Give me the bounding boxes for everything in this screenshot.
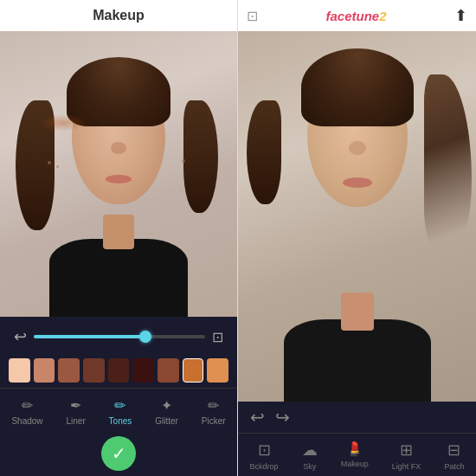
sky-icon: ☁ xyxy=(302,441,318,460)
swatch-4[interactable] xyxy=(83,358,105,383)
right-photo xyxy=(238,31,476,402)
swatch-5[interactable] xyxy=(108,358,130,383)
patch-icon: ⊟ xyxy=(447,441,460,460)
left-lips xyxy=(106,175,132,183)
facetune-logo: facetune2 xyxy=(325,9,386,23)
makeup-title: Makeup xyxy=(93,8,145,23)
right-nav-makeup[interactable]: 💄 Makeup xyxy=(339,437,370,474)
right-clothing xyxy=(284,319,431,402)
right-redo-button[interactable]: ↪ xyxy=(275,407,290,428)
right-nav-lightfx[interactable]: ⊞ Light FX xyxy=(390,437,423,474)
liner-label: Liner xyxy=(66,416,85,426)
nav-shadow[interactable]: ✏ Shadow xyxy=(6,394,48,429)
swatch-3[interactable] xyxy=(58,358,80,383)
right-bottom: ↩ ↪ ⊡ Bckdrop ☁ Sky 💄 Makeup ⊞ Light FX … xyxy=(238,402,476,476)
picker-label: Picker xyxy=(202,416,226,426)
confirm-bar: ✓ xyxy=(0,433,237,476)
logo-suffix: 2 xyxy=(379,9,386,23)
nav-liner[interactable]: ✒ Liner xyxy=(61,394,90,429)
left-panel: Makeup xyxy=(0,0,238,476)
left-nose xyxy=(111,142,126,154)
shadow-icon: ✏ xyxy=(22,397,33,414)
swatch-6[interactable] xyxy=(132,358,154,383)
right-header: ⊡ facetune2 ⬆ xyxy=(238,0,476,31)
share-icon[interactable]: ⬆ xyxy=(454,6,467,25)
left-hair-top xyxy=(67,57,170,126)
backdrop-label: Bckdrop xyxy=(250,462,279,471)
swatch-2[interactable] xyxy=(34,358,55,383)
nav-glitter[interactable]: ✦ Glitter xyxy=(150,394,183,429)
left-freckle3 xyxy=(182,159,185,163)
left-freckle1 xyxy=(48,161,51,164)
sky-label: Sky xyxy=(303,462,316,471)
undo-redo-row: ↩ ↪ xyxy=(238,402,476,433)
right-nav-patch[interactable]: ⊟ Patch xyxy=(442,437,466,474)
swatch-7[interactable] xyxy=(158,358,179,383)
left-eyeshadow xyxy=(40,114,87,132)
logo-brand: facetune xyxy=(325,9,379,23)
liner-icon: ✒ xyxy=(70,397,81,414)
right-hair-left xyxy=(247,100,281,204)
left-photo-container xyxy=(0,31,237,317)
backdrop-icon: ⊡ xyxy=(258,441,271,460)
slider-fill xyxy=(34,335,145,338)
left-photo xyxy=(0,31,237,317)
shadow-label: Shadow xyxy=(11,416,42,426)
checkmark-icon: ✓ xyxy=(112,443,126,464)
lightfx-label: Light FX xyxy=(392,462,421,471)
nav-tones[interactable]: ✏ Tones xyxy=(104,394,138,429)
right-nose xyxy=(349,141,366,155)
tones-label: Tones xyxy=(109,416,132,426)
undo-icon[interactable]: ↩ xyxy=(14,327,27,346)
makeup-label: Makeup xyxy=(341,460,369,468)
left-bottom-controls: ↩ ⊡ ✏ Shadow ✒ xyxy=(0,317,237,476)
swatch-8[interactable] xyxy=(183,358,204,383)
right-nav-sky[interactable]: ☁ Sky xyxy=(300,437,319,474)
glitter-icon: ✦ xyxy=(161,397,172,414)
lightfx-icon: ⊞ xyxy=(400,441,413,460)
makeup-icon: 💄 xyxy=(346,441,363,457)
left-header: Makeup xyxy=(0,0,237,31)
slider-thumb[interactable] xyxy=(139,331,151,343)
tones-icon: ✏ xyxy=(114,397,125,414)
swatch-9[interactable] xyxy=(207,358,228,383)
picker-icon: ✏ xyxy=(208,397,219,414)
copy-icon[interactable]: ⊡ xyxy=(212,329,223,345)
nav-picker[interactable]: ✏ Picker xyxy=(196,394,231,429)
left-neck xyxy=(103,215,134,249)
slider-area: ↩ ⊡ xyxy=(0,317,237,353)
left-bottom-nav: ✏ Shadow ✒ Liner ✏ Tones ✦ Glitter ✏ Pic… xyxy=(0,388,237,433)
swatch-1[interactable] xyxy=(9,358,30,383)
right-undo-button[interactable]: ↩ xyxy=(250,407,265,428)
left-clothing xyxy=(49,239,188,317)
right-panel: ⊡ facetune2 ⬆ xyxy=(238,0,476,476)
right-nav-backdrop[interactable]: ⊡ Bckdrop xyxy=(248,437,280,474)
glitter-label: Glitter xyxy=(155,416,178,426)
right-lips xyxy=(343,177,372,188)
right-neck xyxy=(341,293,374,331)
slider-track[interactable] xyxy=(34,335,205,338)
right-bottom-nav: ⊡ Bckdrop ☁ Sky 💄 Makeup ⊞ Light FX ⊟ Pa… xyxy=(238,433,476,476)
color-swatches xyxy=(0,353,237,388)
left-freckle2 xyxy=(56,165,59,168)
right-hair-top xyxy=(301,48,414,126)
photo-icon: ⊡ xyxy=(247,8,258,24)
confirm-button[interactable]: ✓ xyxy=(101,436,136,471)
logo-text: facetune2 xyxy=(325,9,386,23)
right-photo-container xyxy=(238,31,476,402)
patch-label: Patch xyxy=(444,462,464,471)
left-hair-right xyxy=(183,100,218,213)
